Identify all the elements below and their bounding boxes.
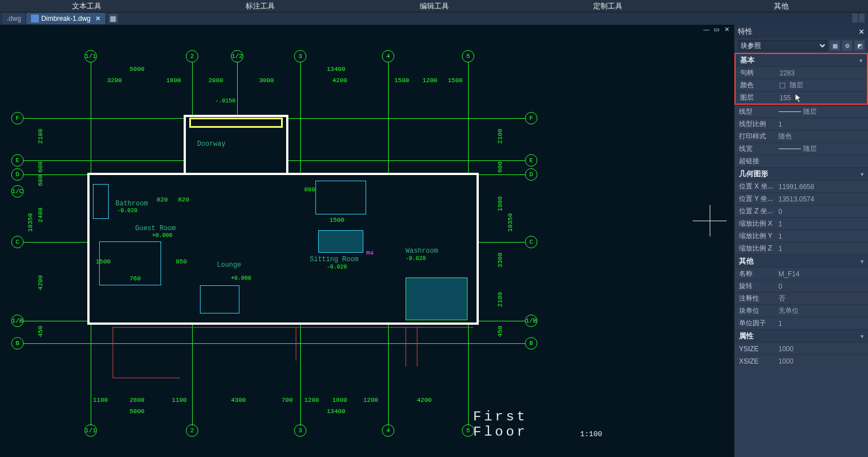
furniture-sofa bbox=[318, 230, 363, 253]
arrow-right-icon[interactable] bbox=[859, 14, 865, 23]
grid-axis-bubble: D bbox=[11, 168, 24, 181]
grid-axis-bubble: 3 bbox=[294, 50, 306, 62]
grid-axis-bubble: F bbox=[525, 112, 537, 124]
view-split-icons[interactable] bbox=[852, 14, 865, 23]
grid-axis-bubble: C bbox=[525, 236, 537, 248]
dimension-text: 5000 bbox=[130, 408, 144, 415]
prop-row-layer[interactable]: 图层 155 bbox=[736, 91, 867, 104]
dimension-text: 13400 bbox=[327, 408, 345, 415]
prop-row-color[interactable]: 颜色 随层 bbox=[736, 79, 867, 91]
dimension-text: 4200 bbox=[417, 397, 431, 404]
file-tab-active[interactable]: Dimbreak-1.dwg ✕ bbox=[26, 13, 105, 24]
grid-axis-bubble: 5 bbox=[462, 424, 474, 437]
crosshair bbox=[710, 205, 710, 236]
grid-axis-bubble: B bbox=[525, 337, 537, 350]
dimension-text: 4300 bbox=[231, 397, 246, 404]
close-icon[interactable]: ✕ bbox=[95, 15, 101, 23]
dimension-text: 2000 bbox=[208, 77, 223, 84]
toolbar-tab-text[interactable]: 文本工具 bbox=[0, 1, 173, 11]
section-header-attributes[interactable]: 属性▾ bbox=[735, 330, 868, 342]
section-line bbox=[113, 327, 473, 328]
arrow-left-icon[interactable] bbox=[852, 14, 858, 23]
toggle-pim-icon[interactable]: ▦ bbox=[830, 41, 840, 51]
properties-panel: 特性 ✕ 块参照 ▦ ⚙ ◩ 基本▾ 句柄 2283 颜色 随层 bbox=[734, 25, 868, 457]
prop-row-linetype[interactable]: 线型 随层 bbox=[735, 105, 868, 118]
dimension-text: 1200 bbox=[363, 397, 378, 404]
grid-axis-bubble: 3 bbox=[294, 424, 306, 437]
prop-row-scale-z[interactable]: 缩放比例 Z1 bbox=[735, 242, 868, 254]
toolbar-tab-dimension[interactable]: 标注工具 bbox=[173, 1, 347, 11]
selection-type-dropdown[interactable]: 块参照 bbox=[738, 40, 827, 51]
dimension-text: 1800 bbox=[497, 196, 504, 211]
prop-row-scale-y[interactable]: 缩放比例 Y1 bbox=[735, 230, 868, 242]
select-similar-icon[interactable]: ◩ bbox=[854, 41, 865, 51]
section-header-other[interactable]: 其他▾ bbox=[735, 255, 868, 267]
drawing-scale: 1:100 bbox=[580, 430, 602, 438]
prop-row-lineweight[interactable]: 线宽 随层 bbox=[735, 142, 868, 155]
prop-row-ysize[interactable]: YSIZE1000 bbox=[735, 342, 868, 355]
dimension-text: 1800 bbox=[166, 77, 181, 84]
dimension-text: 450 bbox=[37, 326, 44, 337]
prop-row-xsize[interactable]: XSIZE1000 bbox=[735, 355, 868, 367]
dimension-text: 1500 bbox=[96, 258, 110, 265]
dimension-text: 1100 bbox=[93, 397, 108, 404]
file-tab-bar: .dwg Dimbreak-1.dwg ✕ ▦ bbox=[0, 12, 868, 25]
furniture bbox=[93, 184, 109, 219]
drawing-title: First Floor bbox=[473, 409, 552, 440]
prop-row-name: 名称M_F14 bbox=[735, 267, 868, 280]
grid-axis-bubble: D bbox=[525, 168, 537, 181]
prop-row-scale-x[interactable]: 缩放比例 X1 bbox=[735, 217, 868, 230]
prop-row-pos-z[interactable]: 位置 Z 坐...0 bbox=[735, 205, 868, 217]
furniture-sofa bbox=[200, 285, 239, 313]
grid-axis-bubble: 4 bbox=[382, 50, 394, 62]
new-file-button[interactable]: ▦ bbox=[109, 14, 118, 23]
file-tab-inactive[interactable]: .dwg bbox=[2, 13, 25, 24]
dimension-text: 820 bbox=[178, 196, 189, 203]
prop-row-rotation[interactable]: 旋转0 bbox=[735, 280, 868, 292]
file-tab-label: .dwg bbox=[7, 15, 21, 23]
top-toolbar: 文本工具 标注工具 编辑工具 定制工具 其他 bbox=[0, 0, 868, 12]
dimension-text: 4200 bbox=[332, 77, 347, 84]
dimension-text: 1100 bbox=[172, 397, 186, 404]
prop-row-pos-x[interactable]: 位置 X 坐...11991.6658 bbox=[735, 180, 868, 192]
close-icon[interactable]: ✕ bbox=[858, 28, 865, 36]
section-header-geometry[interactable]: 几何图形▾ bbox=[735, 168, 868, 180]
prop-row-ltscale[interactable]: 线型比例 1 bbox=[735, 118, 868, 130]
grid-axis-bubble: C bbox=[11, 236, 24, 248]
dimension-text: 1500 bbox=[448, 77, 462, 84]
dimension-text: 3300 bbox=[497, 253, 504, 267]
toolbar-tab-custom[interactable]: 定制工具 bbox=[521, 1, 695, 11]
section-basic-rest: 线型 随层 线型比例 1 打印样式 随色 线宽 随层 超链接 bbox=[735, 105, 868, 167]
toolbar-tab-edit[interactable]: 编辑工具 bbox=[347, 1, 520, 11]
section-header-basic[interactable]: 基本▾ bbox=[736, 54, 867, 66]
dimension-text: 600 bbox=[37, 175, 44, 186]
room-label: Guest Room bbox=[135, 225, 176, 232]
selection-type-row: 块参照 ▦ ⚙ ◩ bbox=[735, 38, 868, 53]
room-label: Doorway bbox=[197, 140, 225, 148]
color-swatch-icon bbox=[780, 83, 785, 88]
dimension-text: 4200 bbox=[37, 275, 44, 290]
section-geometry: 几何图形▾ 位置 X 坐...11991.6658 位置 Y 坐...13513… bbox=[735, 167, 868, 254]
drawing-canvas[interactable]: — ▭ ✕ 1/1 2 1/2 3 4 5 1/1 2 3 4 5 bbox=[0, 25, 734, 457]
door-opening bbox=[189, 118, 283, 128]
dimension-text: 3000 bbox=[259, 77, 274, 84]
prop-row-plotstyle: 打印样式 随色 bbox=[735, 130, 868, 142]
dimension-text: 1800 bbox=[332, 397, 347, 404]
grid-axis-bubble: 5 bbox=[462, 50, 474, 62]
toolbar-tab-other[interactable]: 其他 bbox=[695, 1, 868, 11]
line-sample-icon bbox=[778, 111, 801, 112]
grid-axis-bubble: 1/1 bbox=[84, 50, 97, 62]
prop-row-hyperlink[interactable]: 超链接 bbox=[735, 155, 868, 167]
prop-row-block-unit: 块单位无单位 bbox=[735, 304, 868, 317]
dwg-file-icon bbox=[31, 15, 39, 23]
elevation-label: -.0150 bbox=[215, 98, 235, 104]
dimension-text: 2100 bbox=[37, 129, 44, 144]
prop-row-pos-y[interactable]: 位置 Y 坐...13513.0574 bbox=[735, 192, 868, 205]
dimension-text: 450 bbox=[497, 326, 504, 337]
quick-select-icon[interactable]: ⚙ bbox=[842, 41, 852, 51]
dimension-text: 2400 bbox=[37, 208, 44, 222]
dimension-text: 10350 bbox=[507, 213, 514, 232]
dimension-text: 700 bbox=[282, 397, 293, 404]
room-label: Sitting Room bbox=[310, 256, 358, 263]
dimension-text: 1500 bbox=[394, 77, 409, 84]
